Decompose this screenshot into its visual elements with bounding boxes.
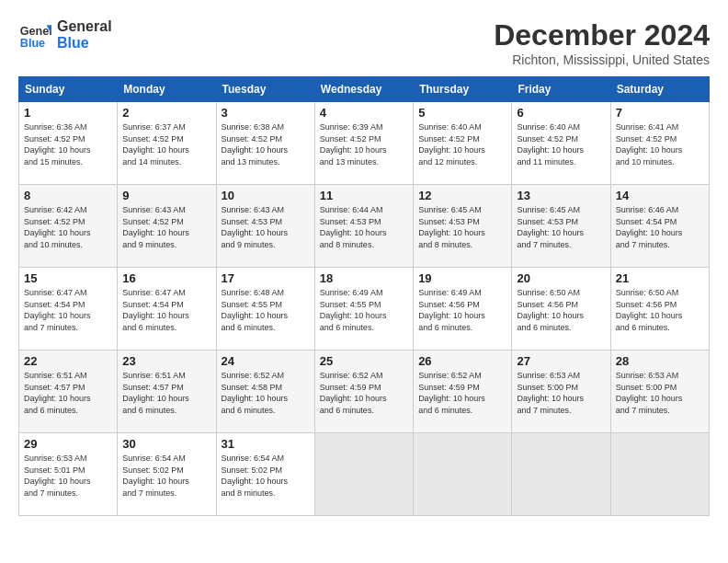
calendar-day-cell: 12 Sunrise: 6:45 AM Sunset: 4:53 PM Dayl… xyxy=(414,185,512,268)
title-section: December 2024 Richton, Mississippi, Unit… xyxy=(494,18,710,67)
logo-line1: General xyxy=(57,18,112,35)
day-number: 6 xyxy=(517,106,605,120)
day-number: 13 xyxy=(517,189,605,202)
location-title: Richton, Mississippi, United States xyxy=(494,52,710,67)
day-info: Sunrise: 6:44 AM Sunset: 4:53 PM Dayligh… xyxy=(320,204,408,250)
day-info: Sunrise: 6:52 AM Sunset: 4:58 PM Dayligh… xyxy=(222,370,310,416)
day-info: Sunrise: 6:47 AM Sunset: 4:54 PM Dayligh… xyxy=(24,287,112,333)
calendar-table: SundayMondayTuesdayWednesdayThursdayFrid… xyxy=(18,76,710,516)
day-number: 17 xyxy=(222,271,310,285)
weekday-header: Friday xyxy=(512,77,610,102)
calendar-day-cell: 6 Sunrise: 6:40 AM Sunset: 4:52 PM Dayli… xyxy=(512,102,610,185)
day-info: Sunrise: 6:52 AM Sunset: 4:59 PM Dayligh… xyxy=(418,370,506,416)
day-info: Sunrise: 6:52 AM Sunset: 4:59 PM Dayligh… xyxy=(320,370,408,416)
day-number: 19 xyxy=(418,271,506,285)
day-info: Sunrise: 6:45 AM Sunset: 4:53 PM Dayligh… xyxy=(418,204,506,250)
day-info: Sunrise: 6:46 AM Sunset: 4:54 PM Dayligh… xyxy=(616,204,704,250)
day-info: Sunrise: 6:53 AM Sunset: 5:00 PM Dayligh… xyxy=(616,370,704,416)
day-info: Sunrise: 6:51 AM Sunset: 4:57 PM Dayligh… xyxy=(24,370,112,416)
calendar-day-cell: 11 Sunrise: 6:44 AM Sunset: 4:53 PM Dayl… xyxy=(314,185,413,268)
day-number: 21 xyxy=(616,271,704,285)
calendar-day-cell: 5 Sunrise: 6:40 AM Sunset: 4:52 PM Dayli… xyxy=(414,102,512,185)
calendar-day-cell: 2 Sunrise: 6:37 AM Sunset: 4:52 PM Dayli… xyxy=(118,102,216,185)
calendar-day-cell: 26 Sunrise: 6:52 AM Sunset: 4:59 PM Dayl… xyxy=(414,350,512,433)
day-number: 16 xyxy=(122,271,210,285)
day-number: 24 xyxy=(222,354,310,368)
day-info: Sunrise: 6:49 AM Sunset: 4:55 PM Dayligh… xyxy=(320,287,408,333)
calendar-day-cell: 28 Sunrise: 6:53 AM Sunset: 5:00 PM Dayl… xyxy=(610,350,709,433)
day-info: Sunrise: 6:39 AM Sunset: 4:52 PM Dayligh… xyxy=(320,121,408,167)
calendar-day-cell: 4 Sunrise: 6:39 AM Sunset: 4:52 PM Dayli… xyxy=(314,102,413,185)
logo-icon: General Blue xyxy=(18,18,51,52)
weekday-header: Wednesday xyxy=(314,77,413,102)
calendar-day-cell xyxy=(610,433,709,516)
calendar-day-cell: 25 Sunrise: 6:52 AM Sunset: 4:59 PM Dayl… xyxy=(314,350,413,433)
calendar-day-cell xyxy=(512,433,610,516)
day-number: 9 xyxy=(122,189,210,202)
day-info: Sunrise: 6:37 AM Sunset: 4:52 PM Dayligh… xyxy=(122,121,210,167)
calendar-day-cell: 21 Sunrise: 6:50 AM Sunset: 4:56 PM Dayl… xyxy=(610,268,709,350)
calendar-day-cell: 15 Sunrise: 6:47 AM Sunset: 4:54 PM Dayl… xyxy=(19,268,118,350)
weekday-header-row: SundayMondayTuesdayWednesdayThursdayFrid… xyxy=(19,77,710,102)
svg-text:Blue: Blue xyxy=(20,37,45,50)
day-info: Sunrise: 6:47 AM Sunset: 4:54 PM Dayligh… xyxy=(122,287,210,333)
day-info: Sunrise: 6:48 AM Sunset: 4:55 PM Dayligh… xyxy=(222,287,310,333)
day-info: Sunrise: 6:43 AM Sunset: 4:53 PM Dayligh… xyxy=(222,204,310,250)
day-info: Sunrise: 6:40 AM Sunset: 4:52 PM Dayligh… xyxy=(517,121,605,167)
day-number: 7 xyxy=(616,106,704,120)
day-number: 30 xyxy=(122,437,210,451)
calendar-week-row: 1 Sunrise: 6:36 AM Sunset: 4:52 PM Dayli… xyxy=(19,102,710,185)
day-number: 22 xyxy=(24,354,112,368)
calendar-day-cell: 7 Sunrise: 6:41 AM Sunset: 4:52 PM Dayli… xyxy=(610,102,709,185)
day-number: 3 xyxy=(222,106,310,120)
day-info: Sunrise: 6:53 AM Sunset: 5:00 PM Dayligh… xyxy=(517,370,605,416)
weekday-header: Tuesday xyxy=(216,77,314,102)
calendar-day-cell: 30 Sunrise: 6:54 AM Sunset: 5:02 PM Dayl… xyxy=(118,433,216,516)
day-number: 10 xyxy=(222,189,310,202)
calendar-day-cell: 9 Sunrise: 6:43 AM Sunset: 4:52 PM Dayli… xyxy=(118,185,216,268)
weekday-header: Thursday xyxy=(414,77,512,102)
day-info: Sunrise: 6:50 AM Sunset: 4:56 PM Dayligh… xyxy=(616,287,704,333)
day-number: 2 xyxy=(122,106,210,120)
calendar-day-cell: 29 Sunrise: 6:53 AM Sunset: 5:01 PM Dayl… xyxy=(19,433,118,516)
day-info: Sunrise: 6:43 AM Sunset: 4:52 PM Dayligh… xyxy=(122,204,210,250)
calendar-day-cell: 17 Sunrise: 6:48 AM Sunset: 4:55 PM Dayl… xyxy=(216,268,314,350)
calendar-day-cell: 14 Sunrise: 6:46 AM Sunset: 4:54 PM Dayl… xyxy=(610,185,709,268)
day-number: 11 xyxy=(320,189,408,202)
weekday-header: Saturday xyxy=(610,77,709,102)
weekday-header: Sunday xyxy=(19,77,118,102)
calendar-week-row: 15 Sunrise: 6:47 AM Sunset: 4:54 PM Dayl… xyxy=(19,268,710,350)
calendar-day-cell xyxy=(414,433,512,516)
logo-wordmark: General Blue xyxy=(57,18,112,51)
day-number: 15 xyxy=(24,271,112,285)
day-number: 31 xyxy=(222,437,310,451)
calendar-day-cell: 8 Sunrise: 6:42 AM Sunset: 4:52 PM Dayli… xyxy=(19,185,118,268)
calendar-day-cell: 1 Sunrise: 6:36 AM Sunset: 4:52 PM Dayli… xyxy=(19,102,118,185)
day-number: 12 xyxy=(418,189,506,202)
calendar-day-cell: 13 Sunrise: 6:45 AM Sunset: 4:53 PM Dayl… xyxy=(512,185,610,268)
calendar-day-cell: 24 Sunrise: 6:52 AM Sunset: 4:58 PM Dayl… xyxy=(216,350,314,433)
page-header: General Blue General Blue December 2024 … xyxy=(18,18,710,67)
day-info: Sunrise: 6:54 AM Sunset: 5:02 PM Dayligh… xyxy=(122,453,210,499)
calendar-day-cell: 20 Sunrise: 6:50 AM Sunset: 4:56 PM Dayl… xyxy=(512,268,610,350)
calendar-day-cell: 10 Sunrise: 6:43 AM Sunset: 4:53 PM Dayl… xyxy=(216,185,314,268)
day-number: 25 xyxy=(320,354,408,368)
calendar-day-cell: 19 Sunrise: 6:49 AM Sunset: 4:56 PM Dayl… xyxy=(414,268,512,350)
day-info: Sunrise: 6:40 AM Sunset: 4:52 PM Dayligh… xyxy=(418,121,506,167)
day-info: Sunrise: 6:36 AM Sunset: 4:52 PM Dayligh… xyxy=(24,121,112,167)
day-number: 27 xyxy=(517,354,605,368)
day-number: 5 xyxy=(418,106,506,120)
logo: General Blue General Blue xyxy=(18,18,112,52)
calendar-day-cell xyxy=(314,433,413,516)
day-info: Sunrise: 6:53 AM Sunset: 5:01 PM Dayligh… xyxy=(24,453,112,499)
day-number: 29 xyxy=(24,437,112,451)
weekday-header: Monday xyxy=(118,77,216,102)
month-title: December 2024 xyxy=(494,18,710,52)
day-number: 23 xyxy=(122,354,210,368)
day-number: 8 xyxy=(24,189,112,202)
day-info: Sunrise: 6:54 AM Sunset: 5:02 PM Dayligh… xyxy=(222,453,310,499)
calendar-week-row: 29 Sunrise: 6:53 AM Sunset: 5:01 PM Dayl… xyxy=(19,433,710,516)
day-number: 4 xyxy=(320,106,408,120)
day-number: 14 xyxy=(616,189,704,202)
day-info: Sunrise: 6:41 AM Sunset: 4:52 PM Dayligh… xyxy=(616,121,704,167)
